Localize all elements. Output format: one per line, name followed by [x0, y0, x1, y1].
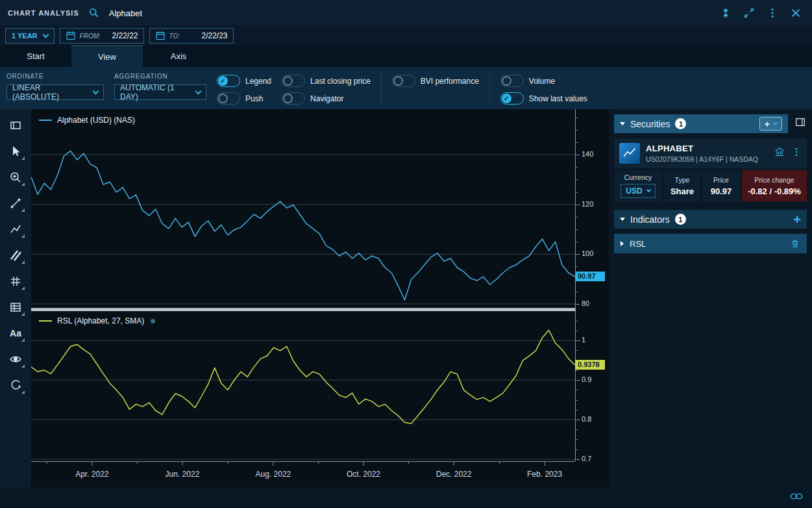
tab-axis[interactable]: Axis [143, 45, 214, 67]
y-axis-minor-tick [576, 410, 578, 411]
ordinate-select[interactable]: LINEAR (ABSOLUTE) [6, 84, 104, 100]
toggle-label: Push [245, 94, 263, 103]
toggle-bvi-performance[interactable]: ✓ BVI performance [392, 75, 479, 87]
toggle-track: ✓ [282, 75, 305, 87]
zigzag-tool-button[interactable] [3, 217, 29, 242]
security-meta: US02079K3059 | A14Y6F | NASDAQ [646, 155, 758, 163]
price-change-label: Price change [754, 176, 794, 184]
chevron-down-icon [195, 88, 202, 95]
text-tool-button[interactable]: Aa [3, 321, 29, 346]
y-axis-minor-tick [576, 450, 578, 450]
indicators-header[interactable]: Indicators 1 + [614, 210, 807, 229]
toggle-label: Legend [245, 77, 271, 86]
zoom-tool-button[interactable] [3, 165, 29, 190]
search-input[interactable]: Alphabet [109, 8, 142, 18]
titlebar: CHART ANALYSIS Alphabet [0, 0, 812, 26]
y-axis-minor-tick [576, 292, 578, 292]
exchange-bank-icon[interactable] [774, 146, 785, 160]
delete-indicator-button[interactable] [790, 238, 800, 249]
channel-tool-button[interactable] [3, 243, 29, 268]
toggle-column-1: ✓ Legend ✓ Push [217, 67, 271, 109]
last-value-badge: 0.9378 [575, 360, 605, 370]
indicator-name: RSL [630, 239, 646, 249]
fullscreen-icon[interactable] [741, 5, 757, 21]
toggle-label: BVI performance [421, 77, 479, 86]
reset-rotate-icon [9, 379, 22, 392]
line-tool-button[interactable] [3, 191, 29, 216]
tab-start[interactable]: Start [0, 45, 71, 67]
toggle-label: Navigator [310, 94, 343, 103]
dock-icon[interactable] [717, 5, 734, 21]
y-axis-minor-tick [576, 340, 578, 341]
toggle-last-closing-price[interactable]: ✓ Last closing price [282, 75, 371, 87]
y-axis-minor-tick [576, 118, 578, 118]
toggle-label: Last closing price [310, 77, 371, 86]
y-axis-tick-label: 80 [582, 299, 589, 307]
tab-label: Axis [171, 51, 187, 61]
securities-header[interactable]: Securities 1 + [614, 114, 788, 133]
legend-drag-dot[interactable] [151, 319, 155, 324]
indicators-title: Indicators [630, 214, 670, 225]
security-menu-kebab-icon[interactable] [791, 147, 802, 160]
security-chart-icon [619, 143, 640, 164]
y-axis-minor-tick [576, 229, 578, 230]
from-value[interactable]: 2/22/22 [112, 31, 138, 40]
price-panel[interactable]: Alphabet (USD) (NAS) 8010012014090.97 [31, 109, 609, 308]
main-area: Aa Alphabet (USD) (NAS) 8010012014090.97 [0, 109, 812, 487]
tab-label: Start [27, 51, 44, 61]
currency-value: USD [626, 186, 642, 196]
expand-caret-icon [621, 241, 624, 246]
to-label: TO: [169, 32, 180, 40]
collapse-caret-icon [620, 218, 625, 221]
right-sidebar: Securities 1 + ALPHABET US02079K [609, 109, 812, 487]
chart-analysis-window: CHART ANALYSIS Alphabet [0, 0, 812, 508]
toggle-volume[interactable]: ✓ Volume [500, 75, 587, 87]
parallel-channel-icon [9, 249, 22, 262]
range-select-button[interactable]: 1 YEAR [5, 28, 55, 44]
toggle-column-2: ✓ Last closing price ✓ Navigator [282, 67, 371, 109]
panel-splitter[interactable] [31, 308, 575, 311]
price-legend[interactable]: Alphabet (USD) (NAS) [39, 116, 135, 125]
calendar-icon [155, 31, 166, 41]
sidebar-panel-icon[interactable] [793, 114, 808, 130]
cursor-icon [9, 145, 22, 158]
toggle-show-last-values[interactable]: ✓ Show last values [500, 92, 587, 105]
toggle-legend[interactable]: ✓ Legend [217, 75, 271, 87]
add-indicator-button[interactable]: + [793, 213, 801, 226]
chart-area[interactable]: Alphabet (USD) (NAS) 8010012014090.97 RS… [31, 109, 609, 487]
y-axis-minor-tick [576, 331, 578, 331]
type-field: Type Share [664, 170, 700, 201]
visibility-tool-button[interactable] [3, 347, 29, 372]
collapse-toolbar-button[interactable] [3, 113, 29, 138]
panels-tool-button[interactable] [3, 295, 29, 320]
price-legend-label: Alphabet (USD) (NAS) [57, 116, 135, 125]
security-card[interactable]: ALPHABET US02079K3059 | A14Y6F | NASDAQ [614, 138, 807, 168]
link-status-icon[interactable] [790, 492, 803, 503]
indicator-row-rsl[interactable]: RSL [614, 234, 807, 253]
toggle-column-3: ✓ BVI performance [392, 67, 479, 109]
date-from-field[interactable]: FROM: 2/22/22 [60, 28, 144, 44]
menu-kebab-icon[interactable] [764, 5, 781, 21]
to-value[interactable]: 2/22/23 [202, 31, 228, 40]
view-controls-band: ORDINATE LINEAR (ABSOLUTE) AGGREGATION A… [0, 67, 812, 109]
rsl-panel[interactable]: RSL (Alphabet, 27, SMA) 0.70.80.910.9378 [31, 313, 609, 461]
tab-view[interactable]: View [71, 45, 143, 67]
date-to-field[interactable]: TO: 2/22/23 [149, 28, 234, 44]
from-label: FROM: [80, 32, 101, 40]
currency-select[interactable]: USD [621, 184, 655, 198]
x-axis-labels: Apr. 2022Jun. 2022Aug. 2022Oct. 2022Dec.… [31, 461, 609, 487]
toggle-track: ✓ [392, 75, 415, 87]
rsl-legend-label: RSL (Alphabet, 27, SMA) [57, 316, 144, 325]
close-icon[interactable] [787, 5, 804, 21]
search-icon[interactable] [86, 5, 103, 21]
status-bar [0, 487, 812, 508]
rsl-legend[interactable]: RSL (Alphabet, 27, SMA) [39, 316, 155, 325]
add-security-button[interactable]: + [759, 117, 782, 131]
aggregation-select[interactable]: AUTOMATIC (1 DAY) [114, 84, 206, 100]
toggle-navigator[interactable]: ✓ Navigator [282, 92, 371, 105]
reset-tool-button[interactable] [3, 373, 29, 398]
y-axis-minor-tick [576, 459, 578, 460]
toggle-push[interactable]: ✓ Push [217, 92, 271, 105]
cursor-tool-button[interactable] [3, 139, 29, 164]
grid-tool-button[interactable] [3, 269, 29, 294]
